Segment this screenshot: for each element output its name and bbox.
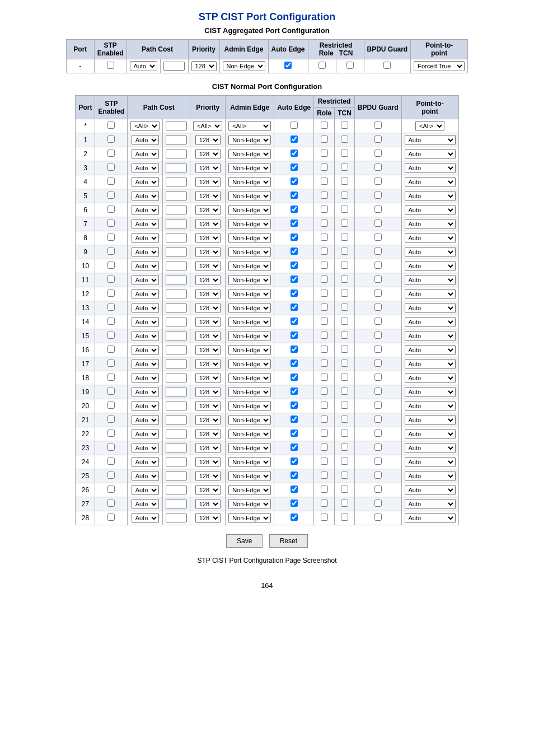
port-auto-edge[interactable] <box>274 427 314 441</box>
port-admin-edge[interactable]: Non-Edge Edge <box>226 413 274 427</box>
port-rt-check[interactable] <box>341 276 348 283</box>
port-rt[interactable] <box>335 371 355 385</box>
port-bpdu[interactable] <box>354 189 401 203</box>
agg-auto-edge[interactable] <box>268 59 308 73</box>
port-stp-check[interactable] <box>107 220 115 227</box>
port-stp[interactable] <box>95 231 128 245</box>
port-stp-check[interactable] <box>107 416 115 423</box>
port-ptp-select[interactable]: Auto Forced True Forced False <box>405 471 456 481</box>
port-ptp[interactable]: Auto Forced True Forced False <box>401 147 458 161</box>
port-autoedge-check[interactable] <box>291 248 298 255</box>
port-auto-edge[interactable] <box>274 511 314 525</box>
port-priority[interactable]: 128 <box>190 161 226 175</box>
port-pc-val[interactable] <box>163 287 190 301</box>
port-rt-check[interactable] <box>341 178 348 185</box>
port-bpdu[interactable] <box>354 399 401 413</box>
port-bpdu-check[interactable] <box>374 304 382 311</box>
port-rt[interactable] <box>335 399 355 413</box>
port-bpdu-check[interactable] <box>374 192 382 199</box>
port-rr[interactable] <box>314 343 335 357</box>
port-rt-check[interactable] <box>341 472 348 479</box>
port-auto-edge[interactable] <box>274 133 314 147</box>
port-stp[interactable] <box>95 245 128 259</box>
port-adminedge-select[interactable]: Non-Edge Edge <box>228 373 271 383</box>
port-bpdu-check[interactable] <box>374 458 382 465</box>
wildcard-adminedge-select[interactable]: <All> Non-Edge Edge <box>228 121 271 131</box>
port-rr[interactable] <box>314 245 335 259</box>
port-autoedge-check[interactable] <box>291 472 298 479</box>
port-priority-select[interactable]: 128 <box>195 359 221 369</box>
port-stp[interactable] <box>95 385 128 399</box>
port-rr[interactable] <box>314 217 335 231</box>
port-rr[interactable] <box>314 511 335 525</box>
port-admin-edge[interactable]: Non-Edge Edge <box>226 231 274 245</box>
port-rr[interactable] <box>314 497 335 511</box>
port-rt[interactable] <box>335 343 355 357</box>
reset-button[interactable]: Reset <box>269 534 308 548</box>
port-rr[interactable] <box>314 315 335 329</box>
port-bpdu-check[interactable] <box>374 500 382 507</box>
port-priority[interactable]: 128 <box>190 483 226 497</box>
port-admin-edge[interactable]: Non-Edge Edge <box>226 511 274 525</box>
port-pc-select[interactable]: Auto <box>132 191 159 201</box>
port-rr[interactable] <box>314 301 335 315</box>
port-adminedge-select[interactable]: Non-Edge Edge <box>228 471 271 481</box>
wildcard-ptp[interactable]: <All> Auto <box>401 119 458 133</box>
port-autoedge-check[interactable] <box>291 346 298 353</box>
wildcard-autoedge-check[interactable] <box>291 122 298 129</box>
port-rt[interactable] <box>335 497 355 511</box>
port-stp-check[interactable] <box>107 206 115 213</box>
port-stp-check[interactable] <box>107 318 115 325</box>
port-rt[interactable] <box>335 259 355 273</box>
port-bpdu[interactable] <box>354 259 401 273</box>
port-stp[interactable] <box>95 357 128 371</box>
port-pc-val[interactable] <box>163 329 190 343</box>
port-rt-check[interactable] <box>341 402 348 409</box>
port-pc-val[interactable] <box>163 133 190 147</box>
port-adminedge-select[interactable]: Non-Edge Edge <box>228 163 271 173</box>
port-auto-edge[interactable] <box>274 385 314 399</box>
port-priority[interactable]: 128 <box>190 133 226 147</box>
port-priority-select[interactable]: 128 <box>195 261 221 271</box>
port-stp[interactable] <box>95 399 128 413</box>
port-pc-type[interactable]: Auto <box>128 217 163 231</box>
port-rr[interactable] <box>314 357 335 371</box>
port-autoedge-check[interactable] <box>291 234 298 241</box>
port-auto-edge[interactable] <box>274 147 314 161</box>
port-priority-select[interactable]: 128 <box>195 149 221 159</box>
port-admin-edge[interactable]: Non-Edge Edge <box>226 497 274 511</box>
port-ptp-select[interactable]: Auto Forced True Forced False <box>405 401 456 411</box>
agg-admin-edge[interactable]: Non-Edge <box>219 59 268 73</box>
port-pc-select[interactable]: Auto <box>132 205 159 215</box>
port-auto-edge[interactable] <box>274 259 314 273</box>
port-ptp[interactable]: Auto Forced True Forced False <box>401 301 458 315</box>
port-pc-select[interactable]: Auto <box>132 359 159 369</box>
port-pc-val[interactable] <box>163 385 190 399</box>
port-bpdu-check[interactable] <box>374 206 382 213</box>
port-admin-edge[interactable]: Non-Edge Edge <box>226 217 274 231</box>
port-ptp-select[interactable]: Auto Forced True Forced False <box>405 415 456 425</box>
port-rr[interactable] <box>314 147 335 161</box>
port-priority[interactable]: 128 <box>190 497 226 511</box>
port-ptp[interactable]: Auto Forced True Forced False <box>401 343 458 357</box>
port-admin-edge[interactable]: Non-Edge Edge <box>226 133 274 147</box>
port-pc-val[interactable] <box>163 511 190 525</box>
port-rr-check[interactable] <box>321 514 328 521</box>
port-ptp[interactable]: Auto Forced True Forced False <box>401 441 458 455</box>
port-bpdu-check[interactable] <box>374 472 382 479</box>
port-stp-check[interactable] <box>107 248 115 255</box>
port-stp-check[interactable] <box>107 444 115 451</box>
port-priority[interactable]: 128 <box>190 189 226 203</box>
port-rt-check[interactable] <box>341 206 348 213</box>
port-adminedge-select[interactable]: Non-Edge Edge <box>228 401 271 411</box>
port-adminedge-select[interactable]: Non-Edge Edge <box>228 457 271 467</box>
port-admin-edge[interactable]: Non-Edge Edge <box>226 469 274 483</box>
port-auto-edge[interactable] <box>274 441 314 455</box>
port-bpdu-check[interactable] <box>374 360 382 367</box>
port-pc-val[interactable] <box>163 273 190 287</box>
port-autoedge-check[interactable] <box>291 276 298 283</box>
wildcard-pc-select[interactable]: <All> Auto <box>130 121 160 131</box>
port-ptp-select[interactable]: Auto Forced True Forced False <box>405 513 456 523</box>
port-pc-select[interactable]: Auto <box>132 233 159 243</box>
port-ptp-select[interactable]: Auto Forced True Forced False <box>405 149 456 159</box>
